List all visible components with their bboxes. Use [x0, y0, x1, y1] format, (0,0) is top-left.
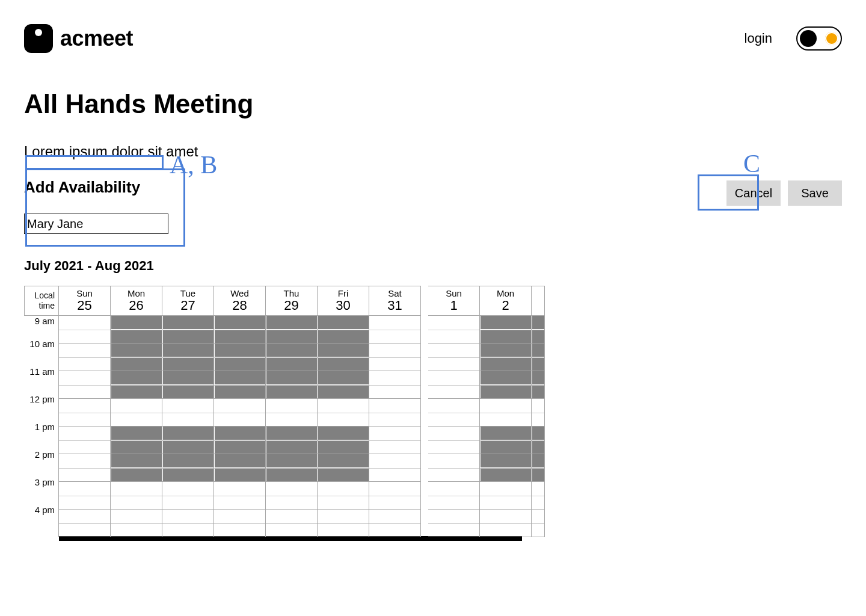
time-slot[interactable]: [532, 482, 544, 495]
time-slot[interactable]: [60, 343, 110, 357]
time-slot[interactable]: [163, 385, 213, 398]
time-slot[interactable]: [429, 413, 479, 426]
time-slot[interactable]: [370, 523, 420, 537]
time-slot[interactable]: [481, 413, 531, 426]
time-slot[interactable]: [60, 413, 110, 426]
time-slot[interactable]: [215, 357, 265, 371]
time-slot[interactable]: [111, 343, 162, 357]
time-slot[interactable]: [215, 371, 265, 384]
time-slot[interactable]: [429, 440, 479, 454]
day-column[interactable]: Mon26: [111, 286, 162, 537]
time-slot[interactable]: [318, 482, 369, 495]
time-slot[interactable]: [532, 385, 544, 398]
time-slot[interactable]: [60, 316, 110, 329]
time-slot[interactable]: [266, 427, 317, 440]
time-slot[interactable]: [215, 330, 265, 343]
cancel-button[interactable]: Cancel: [726, 180, 781, 206]
time-slot[interactable]: [266, 330, 317, 343]
time-slot[interactable]: [266, 440, 317, 454]
time-slot[interactable]: [60, 468, 110, 481]
time-slot[interactable]: [111, 523, 162, 537]
time-slot[interactable]: [481, 357, 531, 371]
time-slot[interactable]: [215, 496, 265, 509]
time-slot[interactable]: [215, 427, 265, 440]
time-slot[interactable]: [163, 454, 213, 467]
time-slot[interactable]: [163, 523, 213, 537]
time-slot[interactable]: [429, 371, 479, 384]
time-slot[interactable]: [163, 427, 213, 440]
time-slot[interactable]: [163, 510, 213, 523]
time-slot[interactable]: [163, 343, 213, 357]
time-slot[interactable]: [60, 399, 110, 412]
time-slot[interactable]: [481, 496, 531, 509]
login-link[interactable]: login: [745, 31, 772, 46]
save-button[interactable]: Save: [788, 180, 842, 206]
time-slot[interactable]: [481, 330, 531, 343]
time-slot[interactable]: [318, 316, 369, 329]
time-slot[interactable]: [60, 385, 110, 398]
time-slot[interactable]: [163, 496, 213, 509]
time-slot[interactable]: [429, 496, 479, 509]
time-slot[interactable]: [532, 371, 544, 384]
time-slot[interactable]: [532, 454, 544, 467]
time-slot[interactable]: [266, 385, 317, 398]
time-slot[interactable]: [215, 385, 265, 398]
time-slot[interactable]: [318, 385, 369, 398]
time-slot[interactable]: [370, 371, 420, 384]
time-slot[interactable]: [215, 399, 265, 412]
time-slot[interactable]: [111, 454, 162, 467]
time-slot[interactable]: [532, 330, 544, 343]
time-slot[interactable]: [429, 510, 479, 523]
time-slot[interactable]: [266, 357, 317, 371]
time-slot[interactable]: [60, 523, 110, 537]
time-slot[interactable]: [163, 482, 213, 495]
time-slot[interactable]: [215, 468, 265, 481]
time-slot[interactable]: [60, 510, 110, 523]
time-slot[interactable]: [111, 371, 162, 384]
time-slot[interactable]: [111, 357, 162, 371]
time-slot[interactable]: [370, 330, 420, 343]
time-slot[interactable]: [318, 440, 369, 454]
time-slot[interactable]: [318, 399, 369, 412]
time-slot[interactable]: [266, 454, 317, 467]
time-slot[interactable]: [370, 440, 420, 454]
time-slot[interactable]: [532, 496, 544, 509]
time-slot[interactable]: [370, 468, 420, 481]
time-slot[interactable]: [60, 371, 110, 384]
time-slot[interactable]: [163, 399, 213, 412]
time-slot[interactable]: [481, 468, 531, 481]
time-slot[interactable]: [163, 371, 213, 384]
time-slot[interactable]: [481, 482, 531, 495]
time-slot[interactable]: [532, 357, 544, 371]
time-slot[interactable]: [111, 427, 162, 440]
time-slot[interactable]: [111, 330, 162, 343]
time-slot[interactable]: [60, 496, 110, 509]
time-slot[interactable]: [215, 440, 265, 454]
time-slot[interactable]: [215, 316, 265, 329]
time-slot[interactable]: [266, 468, 317, 481]
time-slot[interactable]: [370, 357, 420, 371]
time-slot[interactable]: [60, 454, 110, 467]
time-slot[interactable]: [481, 316, 531, 329]
time-slot[interactable]: [266, 399, 317, 412]
time-slot[interactable]: [429, 316, 479, 329]
time-slot[interactable]: [60, 330, 110, 343]
time-slot[interactable]: [429, 399, 479, 412]
time-slot[interactable]: [370, 413, 420, 426]
day-column[interactable]: Sat31: [369, 286, 421, 537]
day-column[interactable]: Sun25: [59, 286, 111, 537]
time-slot[interactable]: [60, 440, 110, 454]
time-slot[interactable]: [481, 427, 531, 440]
time-slot[interactable]: [429, 385, 479, 398]
time-slot[interactable]: [215, 523, 265, 537]
time-slot[interactable]: [111, 316, 162, 329]
day-column[interactable]: Thu29: [266, 286, 318, 537]
time-slot[interactable]: [215, 454, 265, 467]
time-slot[interactable]: [370, 482, 420, 495]
time-slot[interactable]: [111, 440, 162, 454]
time-slot[interactable]: [318, 371, 369, 384]
time-slot[interactable]: [429, 330, 479, 343]
time-slot[interactable]: [163, 330, 213, 343]
time-slot[interactable]: [318, 357, 369, 371]
time-slot[interactable]: [370, 399, 420, 412]
